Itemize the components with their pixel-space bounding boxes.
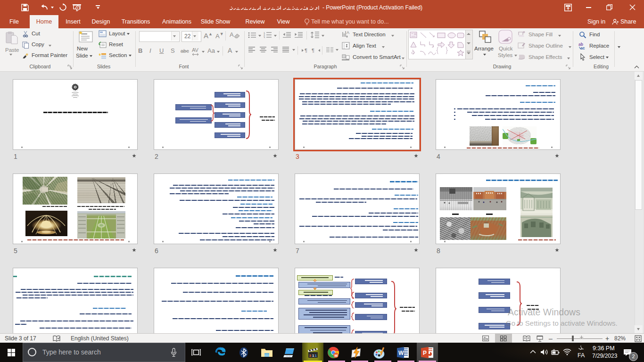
svg-text:1: 1 bbox=[312, 354, 314, 358]
svg-text:3: 3 bbox=[264, 36, 265, 39]
svg-text:1: 1 bbox=[315, 354, 317, 358]
svg-text:3: 3 bbox=[309, 354, 312, 358]
svg-text:P: P bbox=[423, 350, 427, 356]
svg-text:ac: ac bbox=[580, 46, 585, 50]
svg-text:W: W bbox=[398, 350, 404, 356]
svg-text:¶: ¶ bbox=[305, 48, 307, 53]
svg-text:A: A bbox=[347, 30, 349, 35]
svg-text:¶: ¶ bbox=[312, 48, 314, 53]
svg-text:M: M bbox=[334, 354, 338, 358]
